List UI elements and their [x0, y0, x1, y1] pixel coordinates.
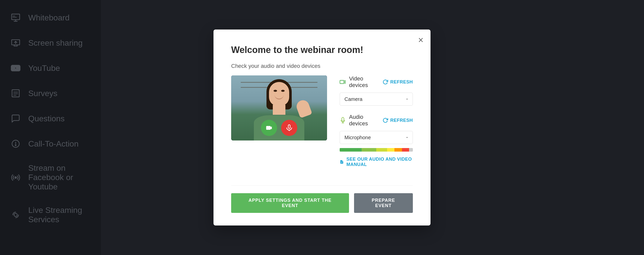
audio-manual-text: SEE OUR AUDIO AND VIDEO MANUAL [346, 157, 413, 167]
video-device-label: Video devices [340, 75, 383, 89]
audio-device-icon [340, 117, 346, 124]
audio-level-bar [340, 148, 413, 152]
camera-toggle-button[interactable] [261, 120, 277, 136]
video-refresh-label: REFRESH [390, 79, 413, 85]
video-refresh-button[interactable]: REFRESH [383, 79, 413, 85]
refresh-audio-icon [383, 118, 388, 123]
audio-refresh-label: REFRESH [390, 118, 413, 123]
video-preview-section [231, 75, 327, 140]
audio-manual-link[interactable]: SEE OUR AUDIO AND VIDEO MANUAL [340, 157, 413, 167]
apply-settings-button[interactable]: APPLY SETTINGS AND START THE EVENT [231, 193, 349, 213]
prepare-event-button[interactable]: PREPARE EVENT [354, 193, 413, 213]
video-device-icon [340, 79, 346, 85]
manual-doc-icon [340, 159, 344, 165]
modal-title: Welcome to the webinar room! [231, 45, 413, 55]
modal-close-button[interactable]: × [418, 36, 423, 45]
svg-rect-18 [340, 80, 344, 84]
microphone-select[interactable]: Microphone Default Microphone External M… [340, 131, 413, 144]
audio-device-header: Audio devices REFRESH [340, 114, 413, 127]
modal-dialog: × Welcome to the webinar room! Check you… [213, 30, 431, 225]
microphone-icon [285, 124, 293, 132]
devices-panel: Video devices REFRESH Camera Default [340, 75, 413, 175]
audio-device-section: Audio devices REFRESH Microphone Defa [340, 114, 413, 167]
camera-icon [265, 124, 273, 132]
right-eye [281, 90, 285, 92]
video-device-text: Video devices [349, 75, 383, 89]
video-device-section: Video devices REFRESH Camera Default [340, 75, 413, 106]
left-eye [274, 90, 277, 92]
video-container [231, 75, 327, 140]
microphone-toggle-button[interactable] [281, 120, 297, 136]
audio-device-label: Audio devices [340, 114, 383, 127]
audio-refresh-button[interactable]: REFRESH [383, 118, 413, 123]
neck [273, 105, 285, 115]
modal-subtitle: Check your audio and video devices [231, 63, 413, 69]
modal-footer: APPLY SETTINGS AND START THE EVENT PREPA… [231, 185, 413, 213]
face [269, 82, 289, 106]
refresh-video-icon [383, 79, 388, 85]
video-device-header: Video devices REFRESH [340, 75, 413, 89]
modal-content: Video devices REFRESH Camera Default [231, 75, 413, 175]
modal-overlay: × Welcome to the webinar room! Check you… [0, 0, 644, 255]
audio-device-text: Audio devices [349, 114, 383, 127]
video-controls [261, 120, 297, 136]
camera-select[interactable]: Camera Default Camera External Camera [340, 93, 413, 106]
